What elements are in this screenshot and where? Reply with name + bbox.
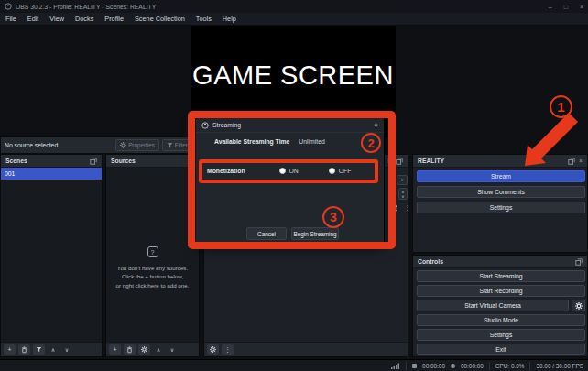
- transition-dropdown[interactable]: ▼: [397, 175, 408, 185]
- trash-icon: [21, 346, 27, 354]
- filter-icon: [167, 142, 173, 148]
- menu-docks[interactable]: Docks: [75, 15, 93, 23]
- gear-icon: [120, 142, 126, 148]
- fps-indicator: 30.00 / 30.00 FPS: [536, 363, 583, 369]
- exit-button[interactable]: Exit: [417, 344, 585, 355]
- source-status-label: No source selected: [5, 142, 113, 148]
- mixer-gear-button[interactable]: [207, 344, 219, 355]
- controls-title: Controls: [418, 258, 443, 265]
- annotation-step3-circle: 3: [322, 206, 344, 228]
- chevron-down-icon: ▼: [400, 178, 404, 182]
- mixer-toolbar: ⋮: [204, 342, 408, 356]
- menu-edit[interactable]: Edit: [27, 15, 39, 23]
- annotation-step2-circle: 2: [361, 133, 381, 153]
- cpu-usage: CPU: 0.0%: [495, 363, 525, 369]
- sources-list[interactable]: ? You don't have any sources. Click the …: [106, 168, 199, 342]
- remove-scene-button[interactable]: [18, 344, 30, 355]
- chevron-up-icon: ∧: [157, 346, 160, 353]
- chevron-up-icon: ∧: [51, 346, 55, 353]
- popout-icon[interactable]: [396, 158, 403, 165]
- scenes-list: 001: [1, 168, 102, 342]
- menu-view[interactable]: View: [49, 15, 64, 23]
- network-signal-icon: [391, 363, 400, 369]
- trash-icon: [126, 346, 133, 354]
- sources-empty-state: ? You don't have any sources. Click the …: [106, 246, 199, 289]
- minimize-button[interactable]: –: [549, 4, 552, 10]
- exit-label: Exit: [495, 346, 506, 353]
- scene-item-label: 001: [5, 170, 15, 177]
- menu-profile[interactable]: Profile: [104, 15, 124, 23]
- scenes-panel-header: Scenes: [1, 155, 102, 168]
- scenes-title: Scenes: [5, 158, 27, 164]
- controls-panel-header: Controls: [413, 256, 587, 268]
- popout-icon[interactable]: [90, 158, 97, 165]
- mixer-menu-button[interactable]: ⋮: [222, 344, 234, 355]
- chevron-down-icon: ∨: [65, 346, 69, 353]
- scene-move-up-button[interactable]: ∧: [48, 344, 59, 355]
- source-move-down-button[interactable]: ∨: [167, 344, 178, 355]
- properties-label: Properties: [128, 142, 155, 148]
- popout-icon[interactable]: [575, 258, 583, 266]
- add-scene-button[interactable]: +: [4, 344, 16, 355]
- scene-item-001[interactable]: 001: [1, 168, 102, 180]
- start-recording-button[interactable]: Start Recording: [417, 285, 585, 297]
- empty-line-3: or right click here to add one.: [116, 282, 190, 289]
- start-virtual-camera-button[interactable]: Start Virtual Camera: [417, 300, 569, 311]
- gear-icon: [210, 346, 216, 353]
- kebab-icon: ⋮: [224, 346, 231, 354]
- menu-bar: File Edit View Docks Profile Scene Colle…: [0, 13, 588, 26]
- record-timer: 00:00:00: [461, 363, 484, 369]
- menu-help[interactable]: Help: [223, 15, 236, 23]
- settings-button[interactable]: Settings: [417, 329, 585, 341]
- studio-mode-button[interactable]: Studio Mode: [417, 314, 585, 326]
- chevron-down-icon: ∨: [401, 194, 404, 199]
- settings-label: Settings: [490, 332, 513, 338]
- duration-spinner[interactable]: ∧∨: [398, 188, 408, 200]
- studio-mode-label: Studio Mode: [484, 317, 518, 323]
- kebab-icon: ⋮: [405, 204, 411, 212]
- close-button[interactable]: ×: [580, 4, 583, 10]
- status-bar: 00:00:00 00:00:00 CPU: 0.0% 30.00 / 30.0…: [0, 359, 588, 371]
- reality-settings-label: Settings: [490, 204, 513, 211]
- stream-button-label: Stream: [491, 173, 511, 180]
- start-streaming-button[interactable]: Start Streaming: [417, 270, 585, 282]
- show-comments-label: Show Comments: [477, 189, 525, 195]
- sources-toolbar: + ∧ ∨: [106, 342, 199, 356]
- reality-settings-button[interactable]: Settings: [417, 202, 585, 213]
- filter-icon: [36, 346, 42, 353]
- maximize-button[interactable]: □: [564, 4, 568, 10]
- window-title: OBS 30.2.3 - Profile: REALITY - Scenes: …: [16, 4, 156, 10]
- source-move-up-button[interactable]: ∧: [153, 344, 164, 355]
- obs-logo-icon: [5, 3, 12, 10]
- menu-file[interactable]: File: [5, 15, 16, 23]
- stream-timer: 00:00:00: [422, 363, 445, 369]
- stream-status-icon: [412, 364, 417, 368]
- sources-panel: Sources ? You don't have any sources. Cl…: [105, 154, 200, 357]
- menu-tools[interactable]: Tools: [196, 15, 212, 23]
- game-screen-text: GAME SCREEN: [192, 60, 394, 91]
- start-recording-label: Start Recording: [479, 288, 522, 294]
- source-properties-button[interactable]: [138, 344, 150, 355]
- properties-button[interactable]: Properties: [115, 139, 159, 151]
- add-source-button[interactable]: +: [109, 344, 121, 355]
- remove-source-button[interactable]: [124, 344, 136, 355]
- controls-panel: Controls Start Streaming Start Recording…: [412, 255, 588, 357]
- sources-panel-header: Sources: [106, 155, 199, 168]
- plus-icon: +: [7, 346, 11, 353]
- gear-icon: [575, 302, 583, 310]
- scene-move-down-button[interactable]: ∨: [61, 344, 72, 355]
- empty-line-2: Click the + button below,: [122, 273, 183, 279]
- reality-title: REALITY: [418, 158, 444, 164]
- obs-window: OBS 30.2.3 - Profile: REALITY - Scenes: …: [0, 0, 588, 371]
- question-icon: ?: [147, 246, 158, 257]
- annotation-monetization-highlight: [199, 159, 378, 183]
- gear-icon: [141, 346, 147, 353]
- empty-line-1: You don't have any sources.: [117, 265, 188, 271]
- menu-scene-collection[interactable]: Scene Collection: [135, 15, 185, 23]
- scenes-toolbar: + ∧ ∨: [1, 342, 102, 356]
- show-comments-button[interactable]: Show Comments: [417, 186, 585, 198]
- scene-filters-button[interactable]: [33, 344, 45, 355]
- plus-icon: +: [113, 346, 116, 353]
- virtual-camera-config-button[interactable]: [572, 300, 585, 311]
- start-virtual-camera-label: Start Virtual Camera: [464, 302, 520, 309]
